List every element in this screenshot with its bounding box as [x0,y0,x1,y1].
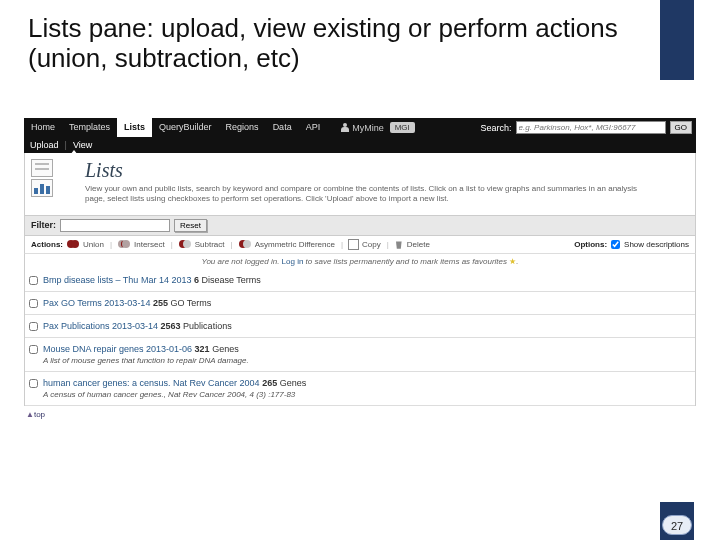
filter-input[interactable] [60,219,170,232]
lists-header: Lists View your own and public lists, se… [24,153,696,215]
list-name-link[interactable]: Pax GO Terms 2013-03-14 [43,298,150,308]
action-asym[interactable]: Asymmetric Difference [255,240,335,249]
actions-label: Actions: [31,240,63,249]
lists-header-icon [31,159,77,199]
list-table: Bmp disease lists – Thu Mar 14 2013 6 Di… [24,269,696,406]
list-description: A list of mouse genes that function to r… [43,356,689,365]
nav-regions[interactable]: Regions [219,118,266,137]
action-delete[interactable]: Delete [407,240,430,249]
list-row-checkbox[interactable] [29,276,38,285]
copy-icon [349,240,358,249]
delete-icon [395,240,403,249]
subnav-active-arrow [70,150,78,155]
nav-api[interactable]: API [299,118,328,137]
mymine-label: MyMine [352,123,384,133]
subnav-view[interactable]: View [67,140,98,150]
up-triangle-icon: ▲ [26,410,34,419]
nav-mymine[interactable]: MyMine [341,123,384,133]
back-to-top[interactable]: ▲top [24,406,696,423]
lists-title: Lists [85,159,645,182]
intersect-icon [118,240,130,248]
list-count: 321 [192,344,212,354]
list-count: 2563 [158,321,183,331]
union-icon [67,240,79,248]
list-type: Genes [280,378,307,388]
list-type: Publications [183,321,232,331]
list-count: 6 [191,275,201,285]
login-pre: You are not logged in. [202,257,282,266]
login-message: You are not logged in. Log in to save li… [24,254,696,269]
list-row: Pax Publications 2013-03-14 2563 Publica… [25,315,695,338]
star-icon: ★ [509,257,516,266]
doc-icon [31,159,53,177]
search-label: Search: [481,123,512,133]
list-name-link[interactable]: human cancer genes: a census. Nat Rev Ca… [43,378,260,388]
filter-bar: Filter: Reset [24,215,696,236]
lists-description: View your own and public lists, search b… [85,184,645,205]
nav-lists[interactable]: Lists [117,118,152,137]
filter-reset-button[interactable]: Reset [174,219,207,232]
list-description: A census of human cancer genes., Nat Rev… [43,390,689,399]
decoration-bar-top [660,0,694,80]
list-name-link[interactable]: Mouse DNA repair genes 2013-01-06 [43,344,192,354]
list-row: human cancer genes: a census. Nat Rev Ca… [25,372,695,406]
nav-querybuilder[interactable]: QueryBuilder [152,118,219,137]
subnav-upload[interactable]: Upload [24,140,65,150]
list-name-link[interactable]: Pax Publications 2013-03-14 [43,321,158,331]
show-descriptions-checkbox[interactable] [611,240,620,249]
actions-bar: Actions: Union | Intersect | Subtract | … [24,236,696,254]
search-group: Search: GO [481,121,696,134]
login-link[interactable]: Log in [282,257,304,266]
list-row-checkbox[interactable] [29,322,38,331]
list-name-link[interactable]: Bmp disease lists – Thu Mar 14 2013 [43,275,191,285]
show-descriptions-label: Show descriptions [624,240,689,249]
list-count: 265 [260,378,280,388]
top-label: top [34,410,45,419]
options-label: Options: [574,240,607,249]
action-copy[interactable]: Copy [362,240,381,249]
action-intersect[interactable]: Intersect [134,240,165,249]
list-row: Pax GO Terms 2013-03-14 255 GO Terms [25,292,695,315]
search-input[interactable] [516,121,666,134]
sub-nav: Upload | View [24,137,696,153]
login-post: to save lists permanently and to mark it… [303,257,509,266]
main-nav: Home Templates Lists QueryBuilder Region… [24,118,696,137]
list-row: Mouse DNA repair genes 2013-01-06 321 Ge… [25,338,695,372]
nav-data[interactable]: Data [266,118,299,137]
list-count: 255 [150,298,170,308]
page-number: 27 [662,515,692,535]
slide-title: Lists pane: upload, view existing or per… [28,14,650,74]
list-type: Genes [212,344,239,354]
nav-templates[interactable]: Templates [62,118,117,137]
list-type: Disease Terms [201,275,260,285]
list-row: Bmp disease lists – Thu Mar 14 2013 6 Di… [25,269,695,292]
list-row-checkbox[interactable] [29,299,38,308]
subtract-icon [179,240,191,248]
chart-icon [31,179,53,197]
action-subtract[interactable]: Subtract [195,240,225,249]
app-screenshot: Home Templates Lists QueryBuilder Region… [24,118,696,423]
person-icon [341,123,349,132]
search-go-button[interactable]: GO [670,121,692,134]
asym-icon [239,240,251,248]
action-union[interactable]: Union [83,240,104,249]
list-row-checkbox[interactable] [29,379,38,388]
nav-home[interactable]: Home [24,118,62,137]
brand-tag: MGI [390,122,415,133]
list-row-checkbox[interactable] [29,345,38,354]
filter-label: Filter: [31,220,56,230]
list-type: GO Terms [170,298,211,308]
